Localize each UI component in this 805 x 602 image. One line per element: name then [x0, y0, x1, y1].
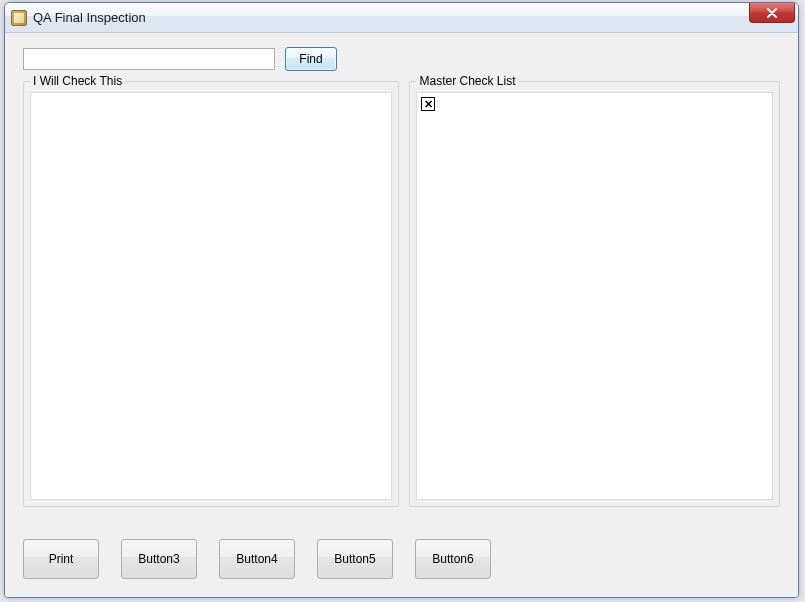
- window-title: QA Final Inspection: [33, 10, 146, 25]
- left-list-area[interactable]: [30, 92, 392, 500]
- panels-row: I Will Check This Master Check List ✕: [23, 81, 780, 507]
- app-window: QA Final Inspection Find I Will Check Th…: [4, 2, 799, 598]
- client-area: Find I Will Check This Master Check List…: [5, 33, 798, 597]
- button6[interactable]: Button6: [415, 539, 491, 579]
- groupbox-master-check-list: Master Check List ✕: [409, 81, 780, 507]
- groupbox-i-will-check: I Will Check This: [23, 81, 399, 507]
- print-button[interactable]: Print: [23, 539, 99, 579]
- button3[interactable]: Button3: [121, 539, 197, 579]
- missing-image-icon: ✕: [421, 97, 435, 111]
- search-input[interactable]: [23, 48, 275, 70]
- button5[interactable]: Button5: [317, 539, 393, 579]
- groupbox-right-title: Master Check List: [416, 74, 518, 88]
- app-icon: [11, 10, 27, 26]
- titlebar: QA Final Inspection: [5, 3, 798, 33]
- right-list-area[interactable]: ✕: [416, 92, 773, 500]
- search-row: Find: [23, 47, 780, 71]
- bottom-button-row: Print Button3 Button4 Button5 Button6: [23, 539, 491, 579]
- close-button[interactable]: [749, 3, 795, 23]
- button4[interactable]: Button4: [219, 539, 295, 579]
- groupbox-left-title: I Will Check This: [30, 74, 125, 88]
- find-button[interactable]: Find: [285, 47, 337, 71]
- close-icon: [766, 8, 778, 18]
